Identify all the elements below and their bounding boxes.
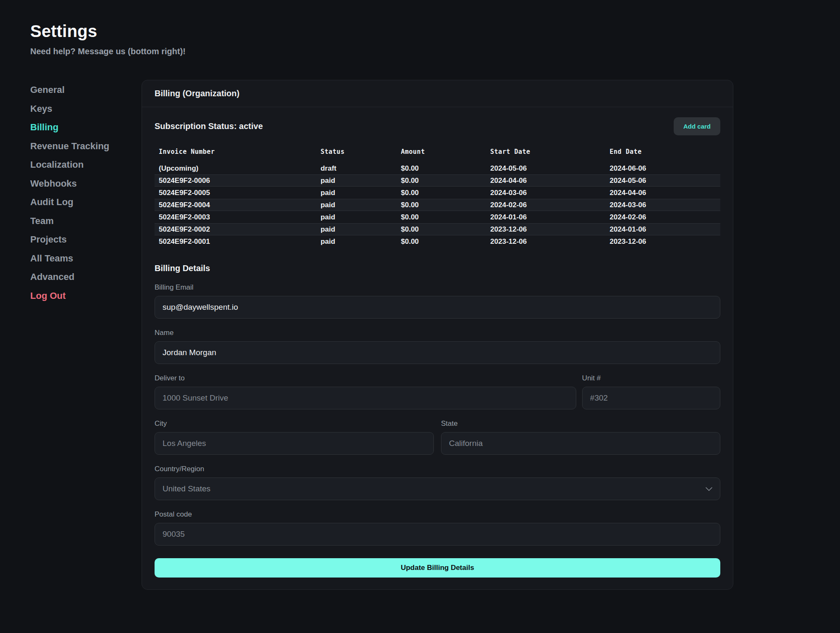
cell-amount: $0.00 [397, 164, 486, 173]
name-field-group: Name [155, 329, 720, 364]
cell-status: paid [316, 201, 396, 209]
deliver-to-field-group: Deliver to [155, 374, 576, 409]
cell-invoice-number: 5024E9F2-0005 [155, 189, 316, 197]
billing-email-label: Billing Email [155, 283, 720, 292]
cell-status: paid [316, 237, 396, 246]
cell-start-date: 2023-12-06 [486, 225, 605, 234]
settings-page: Settings Need help? Message us (bottom r… [0, 0, 840, 590]
name-input[interactable] [155, 341, 720, 364]
sidebar-item-revenue-tracking[interactable]: Revenue Tracking [30, 137, 142, 156]
postal-label: Postal code [155, 510, 720, 519]
settings-sidebar: General Keys Billing Revenue Tracking Lo… [30, 80, 142, 305]
col-amount: Amount [397, 148, 486, 156]
cell-end-date: 2023-12-06 [606, 237, 720, 246]
country-select[interactable]: United States [155, 477, 720, 500]
cell-amount: $0.00 [397, 225, 486, 234]
cell-status: paid [316, 225, 396, 234]
country-field-group: Country/Region United States [155, 465, 720, 500]
unit-field-group: Unit # [582, 374, 720, 409]
cell-start-date: 2024-04-06 [486, 177, 605, 185]
cell-end-date: 2024-06-06 [606, 164, 720, 173]
col-start-date: Start Date [486, 148, 605, 156]
unit-input[interactable] [582, 387, 720, 409]
cell-amount: $0.00 [397, 213, 486, 222]
deliver-to-input[interactable] [155, 387, 576, 409]
cell-start-date: 2024-02-06 [486, 201, 605, 209]
cell-end-date: 2024-03-06 [606, 201, 720, 209]
add-card-button[interactable]: Add card [674, 117, 720, 135]
billing-details-heading: Billing Details [155, 264, 720, 273]
postal-field-group: Postal code [155, 510, 720, 546]
table-row: 5024E9F2-0004 paid $0.00 2024-02-06 2024… [155, 199, 720, 211]
country-label: Country/Region [155, 465, 720, 473]
cell-start-date: 2024-01-06 [486, 213, 605, 222]
city-state-row: City State [155, 419, 720, 455]
panel-body: Subscription Status: active Add card Inv… [142, 107, 733, 589]
page-subtitle: Need help? Message us (bottom right)! [30, 47, 733, 56]
cell-amount: $0.00 [397, 177, 486, 185]
cell-invoice-number: (Upcoming) [155, 164, 316, 173]
cell-invoice-number: 5024E9F2-0004 [155, 201, 316, 209]
unit-label: Unit # [582, 374, 720, 382]
address-row: Deliver to Unit # [155, 374, 720, 409]
invoice-table-header: Invoice Number Status Amount Start Date … [155, 148, 720, 162]
sidebar-item-billing[interactable]: Billing [30, 118, 142, 137]
billing-email-input[interactable] [155, 296, 720, 319]
deliver-to-label: Deliver to [155, 374, 576, 382]
state-label: State [441, 419, 720, 428]
cell-start-date: 2023-12-06 [486, 237, 605, 246]
sidebar-item-keys[interactable]: Keys [30, 100, 142, 119]
col-invoice-number: Invoice Number [155, 148, 316, 156]
col-end-date: End Date [606, 148, 720, 156]
cell-invoice-number: 5024E9F2-0002 [155, 225, 316, 234]
sidebar-item-log-out[interactable]: Log Out [30, 287, 142, 306]
invoice-table: Invoice Number Status Amount Start Date … [155, 148, 720, 248]
subscription-status: Subscription Status: active [155, 121, 263, 131]
sidebar-item-projects[interactable]: Projects [30, 230, 142, 249]
sidebar-item-advanced[interactable]: Advanced [30, 268, 142, 287]
sidebar-item-webhooks[interactable]: Webhooks [30, 174, 142, 193]
name-label: Name [155, 329, 720, 337]
cell-status: paid [316, 177, 396, 185]
col-status: Status [316, 148, 396, 156]
sidebar-item-general[interactable]: General [30, 81, 142, 100]
cell-invoice-number: 5024E9F2-0001 [155, 237, 316, 246]
state-field-group: State [441, 419, 720, 455]
update-billing-details-button[interactable]: Update Billing Details [155, 558, 720, 578]
sidebar-item-audit-log[interactable]: Audit Log [30, 193, 142, 212]
billing-panel: Billing (Organization) Subscription Stat… [142, 80, 733, 590]
billing-email-field-group: Billing Email [155, 283, 720, 319]
cell-status: paid [316, 213, 396, 222]
cell-amount: $0.00 [397, 237, 486, 246]
cell-end-date: 2024-02-06 [606, 213, 720, 222]
content-row: General Keys Billing Revenue Tracking Lo… [30, 80, 733, 590]
table-row: 5024E9F2-0002 paid $0.00 2023-12-06 2024… [155, 223, 720, 235]
table-row: 5024E9F2-0001 paid $0.00 2023-12-06 2023… [155, 235, 720, 248]
cell-end-date: 2024-04-06 [606, 189, 720, 197]
city-field-group: City [155, 419, 434, 455]
cell-end-date: 2024-05-06 [606, 177, 720, 185]
cell-amount: $0.00 [397, 189, 486, 197]
cell-start-date: 2024-03-06 [486, 189, 605, 197]
panel-title: Billing (Organization) [142, 80, 733, 107]
state-input[interactable] [441, 432, 720, 455]
country-selected-value: United States [163, 484, 210, 493]
cell-invoice-number: 5024E9F2-0003 [155, 213, 316, 222]
table-row: 5024E9F2-0003 paid $0.00 2024-01-06 2024… [155, 211, 720, 223]
sidebar-item-localization[interactable]: Localization [30, 156, 142, 174]
table-row: (Upcoming) draft $0.00 2024-05-06 2024-0… [155, 162, 720, 174]
sidebar-item-all-teams[interactable]: All Teams [30, 249, 142, 268]
table-row: 5024E9F2-0006 paid $0.00 2024-04-06 2024… [155, 174, 720, 187]
cell-amount: $0.00 [397, 201, 486, 209]
cell-status: draft [316, 164, 396, 173]
sidebar-item-team[interactable]: Team [30, 212, 142, 231]
table-row: 5024E9F2-0005 paid $0.00 2024-03-06 2024… [155, 187, 720, 199]
postal-input[interactable] [155, 523, 720, 546]
cell-invoice-number: 5024E9F2-0006 [155, 177, 316, 185]
page-title: Settings [30, 22, 733, 41]
city-input[interactable] [155, 432, 434, 455]
city-label: City [155, 419, 434, 428]
cell-start-date: 2024-05-06 [486, 164, 605, 173]
chevron-down-icon [706, 487, 712, 491]
cell-end-date: 2024-01-06 [606, 225, 720, 234]
